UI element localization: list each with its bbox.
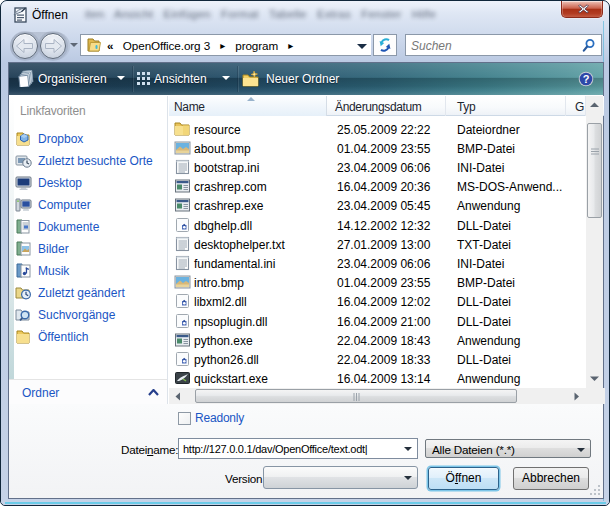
svg-text:?: ? <box>583 73 590 85</box>
